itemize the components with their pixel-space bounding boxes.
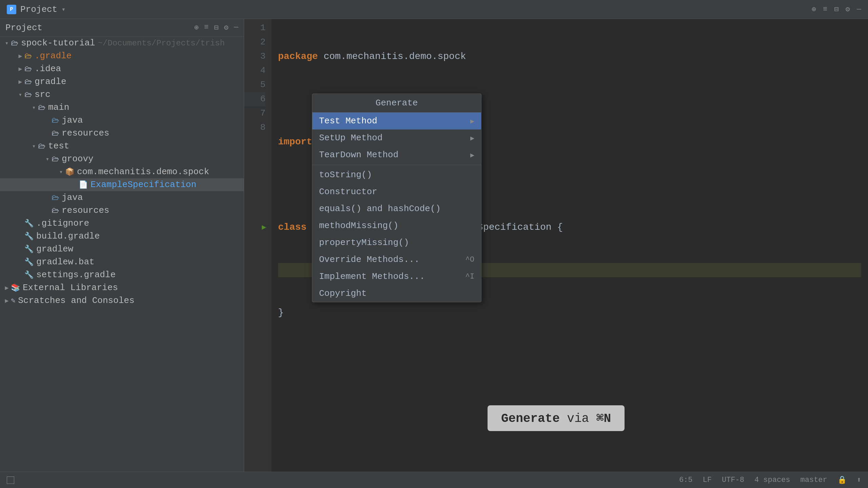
chevron-right-icon: ▶ xyxy=(3,284,11,291)
collapse-icon[interactable]: ≡ xyxy=(823,5,827,14)
tree-label-build-gradle: build.gradle xyxy=(36,231,100,241)
keyword-class: class xyxy=(278,220,312,235)
folder-icon: 🗁 xyxy=(11,39,18,48)
tree-item-package[interactable]: ▾ 📦 com.mechanitis.demo.spock xyxy=(0,165,244,178)
no-arrow: ▶ xyxy=(16,232,24,240)
tree-label-external-libs: External Libraries xyxy=(23,283,118,293)
menu-item-method-missing[interactable]: methodMissing() xyxy=(312,217,481,234)
tree-item-idea[interactable]: ▶ 🗁 .idea xyxy=(0,62,244,75)
tree-item-settings-gradle[interactable]: ▶ 🔧 settings.gradle xyxy=(0,268,244,281)
sidebar-add-icon[interactable]: ⊕ xyxy=(194,23,199,32)
tree-item-resources-main[interactable]: ▶ 🗁 resources xyxy=(0,127,244,140)
tree-item-external-libs[interactable]: ▶ 📚 External Libraries xyxy=(0,281,244,294)
tree-item-gradlew[interactable]: ▶ 🔧 gradlew xyxy=(0,243,244,256)
tree-item-spock-tutorial[interactable]: ▾ 🗁 spock-tutorial ~/Documents/Projects/… xyxy=(0,37,244,49)
tree-item-java-main[interactable]: ▶ 🗁 java xyxy=(0,114,244,127)
sidebar-close-icon[interactable]: — xyxy=(234,23,238,32)
tree-item-gradle2[interactable]: ▶ 🗁 gradle xyxy=(0,75,244,88)
extends-name: Specification { xyxy=(477,220,563,235)
status-branch[interactable]: master xyxy=(801,476,827,484)
sidebar-settings-icon[interactable]: ⚙ xyxy=(224,23,229,32)
menu-item-test-method[interactable]: Test Method ▶ xyxy=(312,113,481,129)
file-icon: 🔧 xyxy=(24,245,34,254)
minus-icon[interactable]: ⊟ xyxy=(834,5,839,14)
folder-icon: 🗁 xyxy=(38,103,45,112)
no-arrow: ▶ xyxy=(43,129,52,137)
sidebar-minimize-icon[interactable]: ⊟ xyxy=(214,23,218,32)
folder-icon: 🗁 xyxy=(24,77,32,86)
sidebar-header: Project ⊕ ≡ ⊟ ⚙ — xyxy=(0,19,244,37)
menu-item-label-equals-hashcode: equals() and hashCode() xyxy=(319,204,474,214)
status-bar-right: 6:5 LF UTF-8 4 spaces master 🔒 ⬆ xyxy=(679,475,861,485)
keyword-package: package xyxy=(278,49,323,64)
tree-item-gradlew-bat[interactable]: ▶ 🔧 gradlew.bat xyxy=(0,256,244,268)
submenu-arrow-teardown: ▶ xyxy=(470,151,474,159)
tree-item-scratches[interactable]: ▶ ✎ Scratches and Consoles xyxy=(0,294,244,307)
sidebar-header-controls: ⊕ ≡ ⊟ ⚙ — xyxy=(194,23,238,32)
tree-item-main[interactable]: ▾ 🗁 main xyxy=(0,101,244,114)
tree-item-gradle[interactable]: ▶ 🗁 .gradle xyxy=(0,49,244,62)
status-square-icon xyxy=(7,476,14,484)
folder-icon: 🗁 xyxy=(52,129,59,138)
fold-arrow: ▶ xyxy=(262,222,266,233)
status-indent[interactable]: 4 spaces xyxy=(754,476,790,484)
line-number-6: 6 xyxy=(244,92,265,106)
file-icon: 🔧 xyxy=(24,270,34,280)
title-bar-chevron[interactable]: ▾ xyxy=(61,5,65,14)
tree-item-example-spec[interactable]: ▶ 📄 ExampleSpecification xyxy=(0,178,244,191)
chevron-down-icon: ▾ xyxy=(16,91,24,98)
tree-item-java-test[interactable]: ▶ 🗁 java xyxy=(0,191,244,204)
tree-label-resources-main: resources xyxy=(62,128,109,138)
title-bar-title: Project xyxy=(20,4,57,15)
menu-item-equals-hashcode[interactable]: equals() and hashCode() xyxy=(312,200,481,217)
status-lf[interactable]: LF xyxy=(703,476,711,484)
menu-item-label-copyright: Copyright xyxy=(319,288,474,299)
menu-item-setup-method[interactable]: SetUp Method ▶ xyxy=(312,129,481,146)
tree-item-groovy[interactable]: ▾ 🗁 groovy xyxy=(0,152,244,165)
settings-icon[interactable]: ⚙ xyxy=(846,5,850,14)
menu-item-label-teardown-method: TearDown Method xyxy=(319,150,468,160)
tooltip: Generate via ⌘N xyxy=(488,405,625,431)
status-position[interactable]: 6:5 xyxy=(679,476,693,484)
tree-item-test[interactable]: ▾ 🗁 test xyxy=(0,140,244,152)
file-icon: 🔧 xyxy=(24,232,34,241)
shortcut-implement: ^I xyxy=(466,272,474,281)
no-arrow: ▶ xyxy=(71,181,79,188)
folder-icon: 🗁 xyxy=(24,52,32,61)
code-line-8 xyxy=(278,348,861,363)
code-line-7: } xyxy=(278,306,861,320)
editor-area[interactable]: 1 2 3 4 5 6 7 8 package com.mechanitis.d… xyxy=(244,19,868,472)
menu-item-property-missing[interactable]: propertyMissing() xyxy=(312,234,481,251)
menu-item-override-methods[interactable]: Override Methods... ^O xyxy=(312,251,481,268)
no-arrow: ▶ xyxy=(16,220,24,227)
tree-item-build-gradle[interactable]: ▶ 🔧 build.gradle xyxy=(0,230,244,243)
scratches-icon: ✎ xyxy=(11,296,15,305)
menu-item-tostring[interactable]: toString() xyxy=(312,166,481,183)
groovy-file-icon: 📄 xyxy=(79,180,88,189)
no-arrow: ▶ xyxy=(16,258,24,266)
tree-sublabel-path: ~/Documents/Projects/trish xyxy=(98,39,224,48)
context-menu-title: Generate xyxy=(312,94,481,113)
chevron-right-icon: ▶ xyxy=(16,52,24,60)
tree-item-src[interactable]: ▾ 🗁 src xyxy=(0,88,244,101)
status-lock-icon: 🔒 xyxy=(837,475,847,485)
line-number-5: 5 xyxy=(244,78,265,92)
add-icon[interactable]: ⊕ xyxy=(812,5,816,14)
line-number-7: 7 xyxy=(244,106,265,121)
sidebar-collapse-icon[interactable]: ≡ xyxy=(204,23,209,32)
tree-label-src: src xyxy=(35,89,51,100)
minimize-icon[interactable]: — xyxy=(857,5,861,14)
menu-item-implement-methods[interactable]: Implement Methods... ^I xyxy=(312,268,481,285)
tree-item-resources-test[interactable]: ▶ 🗁 resources xyxy=(0,204,244,217)
menu-item-copyright[interactable]: Copyright xyxy=(312,285,481,302)
status-encoding[interactable]: UTF-8 xyxy=(722,476,744,484)
shortcut-override: ^O xyxy=(466,256,474,264)
folder-icon: 🗁 xyxy=(24,64,32,74)
chevron-down-icon: ▾ xyxy=(30,142,38,150)
tree-label-package: com.mechanitis.demo.spock xyxy=(77,167,209,177)
menu-item-constructor[interactable]: Constructor xyxy=(312,183,481,200)
tree-item-gitignore[interactable]: ▶ 🔧 .gitignore xyxy=(0,217,244,230)
no-arrow: ▶ xyxy=(16,271,24,279)
menu-separator-1 xyxy=(312,165,481,165)
menu-item-teardown-method[interactable]: TearDown Method ▶ xyxy=(312,146,481,163)
